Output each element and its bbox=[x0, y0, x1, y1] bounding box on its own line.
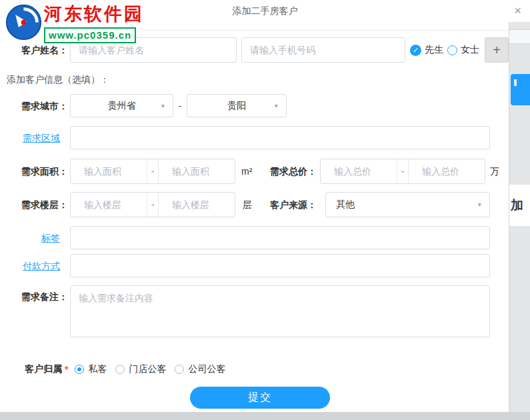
area-label: 需求面积： bbox=[0, 159, 68, 184]
price-min-input[interactable] bbox=[321, 159, 397, 183]
required-asterisk: * bbox=[65, 364, 68, 375]
city-select[interactable]: 贵阳 ▼ bbox=[187, 94, 287, 117]
payment-input[interactable] bbox=[70, 254, 490, 277]
gender-female-radio[interactable]: 女士 bbox=[447, 37, 479, 63]
remark-row: 需求备注： bbox=[0, 285, 509, 337]
chevron-down-icon: ▼ bbox=[477, 202, 482, 208]
ownership-label: 客户归属 bbox=[25, 363, 62, 375]
floor-label: 需求楼层： bbox=[0, 192, 68, 217]
chevron-down-icon: ▼ bbox=[273, 103, 279, 109]
area-max-input[interactable] bbox=[159, 159, 235, 183]
price-label: 需求总价： bbox=[270, 159, 317, 184]
region-link[interactable]: 需求区域 bbox=[0, 126, 60, 150]
chevron-down-icon: ▼ bbox=[160, 103, 165, 109]
background-fragment-text: 加 bbox=[511, 197, 523, 214]
background-text-fragment: 加 bbox=[509, 185, 530, 226]
check-icon: ✓ bbox=[410, 45, 421, 56]
background-toolbar-fragment bbox=[509, 29, 530, 44]
region-input[interactable] bbox=[70, 126, 490, 149]
city-range-separator: - bbox=[174, 94, 186, 118]
payment-row: 付款方式 bbox=[0, 254, 509, 278]
gender-male-radio[interactable]: ✓ 先生 bbox=[410, 37, 443, 63]
city-row: 需求城市： 贵州省 ▼ - 贵阳 ▼ bbox=[0, 94, 509, 118]
site-url-badge: www.pc0359.cn bbox=[44, 27, 136, 43]
area-range-group: - bbox=[70, 159, 235, 184]
price-range-separator: - bbox=[397, 159, 409, 183]
submit-button[interactable]: 提交 bbox=[190, 387, 330, 409]
price-unit: 万 bbox=[490, 159, 499, 184]
city-label: 需求城市： bbox=[0, 94, 68, 118]
site-watermark: 河东软件园 www.pc0359.cn bbox=[5, 2, 144, 43]
area-min-input[interactable] bbox=[71, 159, 147, 183]
source-select[interactable]: 其他 ▼ bbox=[325, 192, 490, 217]
radio-icon bbox=[175, 365, 184, 374]
ownership-option-store-public[interactable]: 门店公客 bbox=[115, 363, 166, 375]
floor-min-input[interactable] bbox=[71, 193, 147, 217]
floor-range-separator: - bbox=[147, 193, 159, 217]
radio-icon bbox=[115, 365, 125, 374]
remark-label: 需求备注： bbox=[0, 291, 68, 303]
radio-selected-icon bbox=[75, 365, 84, 374]
remark-textarea[interactable] bbox=[70, 285, 490, 337]
source-label: 客户来源： bbox=[270, 192, 317, 217]
source-value: 其他 bbox=[336, 199, 355, 211]
background-blue-button-fragment bbox=[511, 74, 530, 105]
ownership-option-label: 私客 bbox=[88, 363, 107, 375]
province-value: 贵州省 bbox=[108, 100, 136, 112]
tag-row: 标签 bbox=[0, 226, 509, 250]
close-icon[interactable]: × bbox=[514, 4, 521, 17]
add-contact-button[interactable]: + bbox=[485, 37, 509, 63]
floor-max-input[interactable] bbox=[159, 193, 235, 217]
floor-source-row: 需求楼层： - 层 客户来源： 其他 ▼ bbox=[0, 192, 509, 217]
customer-phone-input[interactable] bbox=[241, 37, 405, 63]
tag-link[interactable]: 标签 bbox=[0, 226, 60, 250]
region-row: 需求区域 bbox=[0, 126, 509, 150]
ownership-option-label: 门店公客 bbox=[129, 363, 166, 375]
ownership-option-label: 公司公客 bbox=[188, 363, 225, 375]
area-unit: m² bbox=[241, 159, 252, 184]
gender-female-label: 女士 bbox=[461, 44, 479, 56]
optional-info-section-title: 添加客户信息（选填）： bbox=[7, 74, 109, 86]
gender-male-label: 先生 bbox=[425, 44, 443, 56]
city-value: 贵阳 bbox=[227, 100, 246, 112]
area-price-row: 需求面积： - m² 需求总价： - 万 bbox=[0, 159, 509, 184]
radio-circle-icon bbox=[447, 45, 457, 55]
bottom-window-edge bbox=[0, 412, 530, 420]
province-select[interactable]: 贵州省 ▼ bbox=[70, 94, 173, 117]
background-page-fragment: 加 bbox=[509, 22, 530, 412]
tag-input[interactable] bbox=[70, 226, 490, 249]
site-name: 河东软件园 bbox=[44, 2, 144, 26]
payment-link[interactable]: 付款方式 bbox=[0, 254, 60, 278]
site-logo-icon bbox=[5, 2, 43, 41]
floor-unit: 层 bbox=[243, 192, 252, 217]
ownership-option-company-public[interactable]: 公司公客 bbox=[175, 363, 225, 375]
header-divider bbox=[141, 30, 509, 31]
floor-range-group: - bbox=[70, 192, 235, 217]
area-range-separator: - bbox=[147, 159, 159, 183]
price-range-group: - bbox=[320, 159, 485, 184]
ownership-option-private[interactable]: 私客 bbox=[75, 363, 107, 375]
ownership-row: 客户归属 * 私客 门店公客 公司公客 bbox=[25, 363, 234, 375]
price-max-input[interactable] bbox=[409, 159, 485, 183]
